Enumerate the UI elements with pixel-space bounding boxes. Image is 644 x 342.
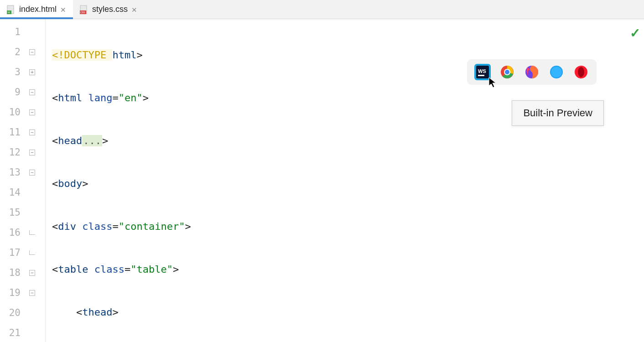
folded-region[interactable]: ... (82, 135, 102, 146)
fold-icon[interactable] (29, 130, 35, 135)
svg-point-11 (505, 70, 509, 74)
chrome-icon[interactable] (499, 64, 515, 80)
safari-icon[interactable] (548, 64, 565, 80)
svg-text:WS: WS (478, 68, 486, 74)
line-number: 2 (15, 47, 21, 57)
line-number: 13 (9, 167, 21, 178)
line-number: 15 (9, 207, 21, 218)
fold-end-icon (29, 250, 35, 255)
line-number: 14 (9, 187, 21, 198)
tooltip-text: Built-in Preview (523, 107, 592, 119)
tooltip: Built-in Preview (512, 100, 604, 126)
close-icon[interactable]: ✕ (60, 6, 67, 13)
fold-icon[interactable] (29, 270, 35, 276)
tab-bar: H index.html ✕ CSS styles.css ✕ (0, 0, 644, 19)
line-number: 12 (9, 147, 21, 158)
line-number: 16 (9, 227, 21, 238)
opera-icon[interactable] (573, 64, 589, 80)
svg-text:CSS: CSS (80, 11, 85, 14)
line-number: 19 (9, 287, 21, 298)
fold-icon[interactable] (29, 109, 35, 115)
browser-preview-bar: WS (467, 59, 597, 85)
line-number: 21 (9, 327, 21, 338)
tab-index-html[interactable]: H index.html ✕ (0, 0, 73, 19)
svg-point-18 (578, 67, 584, 77)
svg-text:H: H (8, 11, 10, 14)
line-gutter: 1 2 3 9 10 11 12 13 14 15 16 17 18 19 20… (0, 19, 46, 342)
html-file-icon: H (6, 5, 16, 14)
line-number: 20 (9, 307, 21, 318)
mouse-cursor-icon (488, 77, 497, 88)
fold-icon[interactable] (29, 290, 35, 296)
fold-icon[interactable] (29, 150, 35, 155)
tab-label: index.html (19, 5, 57, 14)
line-number: 11 (9, 127, 21, 138)
inspection-ok-icon[interactable]: ✓ (630, 26, 640, 41)
fold-icon[interactable] (29, 49, 35, 55)
firefox-icon[interactable] (524, 64, 540, 80)
fold-end-icon (29, 230, 35, 235)
tab-label: styles.css (92, 5, 128, 14)
line-number: 18 (9, 267, 21, 278)
fold-icon[interactable] (29, 89, 35, 95)
svg-point-14 (551, 67, 562, 78)
css-file-icon: CSS (79, 5, 88, 14)
close-icon[interactable]: ✕ (131, 6, 138, 13)
fold-icon[interactable] (29, 69, 35, 75)
line-number: 10 (9, 107, 21, 118)
tab-styles-css[interactable]: CSS styles.css ✕ (73, 0, 144, 19)
line-number: 1 (15, 26, 21, 37)
line-number: 17 (9, 247, 21, 258)
fold-icon[interactable] (29, 170, 35, 176)
line-number: 9 (15, 87, 21, 98)
line-number: 3 (15, 67, 21, 78)
svg-rect-8 (478, 75, 484, 76)
